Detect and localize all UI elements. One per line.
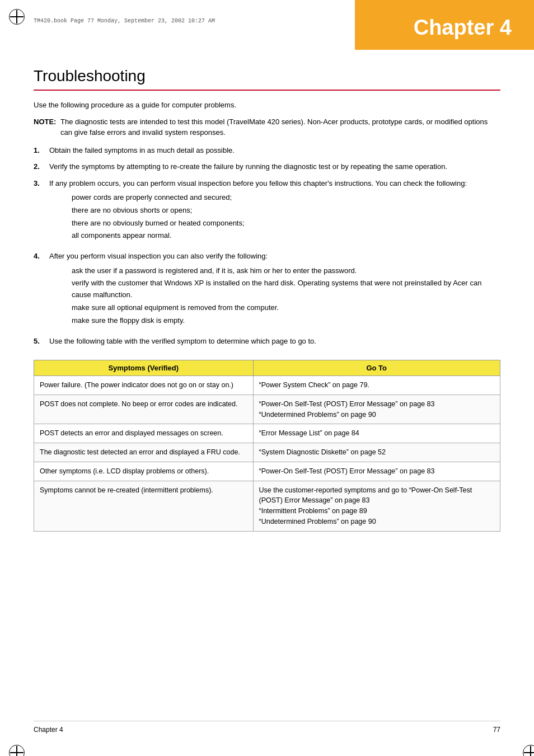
step-3-content: If any problem occurs, you can perform v… [49, 178, 500, 246]
list-item: make sure the floppy disk is empty. [72, 315, 500, 327]
note-block: NOTE: The diagnostic tests are intended … [34, 116, 500, 138]
list-item: power cords are properly connected and s… [72, 192, 500, 204]
step-3-num: 3. [34, 178, 49, 246]
file-header: TM420.book Page 77 Monday, September 23,… [34, 18, 215, 24]
title-rule [34, 90, 500, 91]
goto-cell: “System Diagnostic Diskette” on page 52 [253, 443, 500, 462]
symptom-cell: Symptoms cannot be re-created (intermitt… [34, 481, 254, 531]
table-header-goto: Go To [253, 360, 500, 376]
page: TM420.book Page 77 Monday, September 23,… [0, 0, 534, 756]
step-4: 4. After you perform visual inspection y… [34, 251, 500, 330]
goto-cell: “Power-On Self-Test (POST) Error Message… [253, 395, 500, 424]
symptom-cell: Power failure. (The power indicator does… [34, 376, 254, 395]
step-2-text: Verify the symptoms by attempting to re-… [49, 161, 500, 172]
goto-cell: “Error Message List” on page 84 [253, 424, 500, 443]
step-1: 1. Obtain the failed symptoms in as much… [34, 145, 500, 156]
main-content: Troubleshooting Use the following proced… [34, 67, 500, 532]
step-4-num: 4. [34, 251, 49, 330]
steps-list: 1. Obtain the failed symptoms in as much… [34, 145, 500, 347]
symptom-cell: POST does not complete. No beep or error… [34, 395, 254, 424]
table-row: The diagnostic test detected an error an… [34, 443, 500, 462]
footer-rule [34, 721, 500, 721]
intro-text: Use the following procedure as a guide f… [34, 100, 500, 111]
list-item: all components appear normal. [72, 230, 500, 242]
step-3-subitems: power cords are properly connected and s… [72, 192, 500, 242]
footer-left: Chapter 4 [34, 726, 63, 734]
page-title: Troubleshooting [34, 67, 500, 85]
table-row: Other symptoms (i.e. LCD display problem… [34, 462, 500, 481]
symptom-cell: The diagnostic test detected an error an… [34, 443, 254, 462]
file-info-text: TM420.book Page 77 Monday, September 23,… [34, 18, 215, 24]
table-row: Power failure. (The power indicator does… [34, 376, 500, 395]
goto-cell: “Power-On Self-Test (POST) Error Message… [253, 462, 500, 481]
table-row: POST does not complete. No beep or error… [34, 395, 500, 424]
list-item: verify with the customer that Wndows XP … [72, 278, 500, 301]
step-1-text: Obtain the failed symptoms in as much de… [49, 145, 500, 156]
step-5-num: 5. [34, 336, 49, 347]
step-5: 5. Use the following table with the veri… [34, 336, 500, 347]
goto-cell: “Power System Check” on page 79. [253, 376, 500, 395]
footer: Chapter 4 77 [34, 726, 500, 734]
table-row: POST detects an error and displayed mess… [34, 424, 500, 443]
step-4-text: After you perform visual inspection you … [49, 252, 268, 260]
table-row: Symptoms cannot be re-created (intermitt… [34, 481, 500, 531]
table-header-symptoms: Symptoms (Verified) [34, 360, 254, 376]
note-text: The diagnostic tests are intended to tes… [60, 118, 488, 137]
symptom-table: Symptoms (Verified) Go To Power failure.… [34, 360, 500, 532]
list-item: there are no obvious shorts or opens; [72, 205, 500, 217]
step-3: 3. If any problem occurs, you can perfor… [34, 178, 500, 246]
symptom-cell: Other symptoms (i.e. LCD display problem… [34, 462, 254, 481]
symptom-cell: POST detects an error and displayed mess… [34, 424, 254, 443]
step-2: 2. Verify the symptoms by attempting to … [34, 161, 500, 172]
step-5-text: Use the following table with the verifie… [49, 336, 500, 347]
chapter-label: Chapter 4 [366, 16, 512, 40]
step-4-content: After you perform visual inspection you … [49, 251, 500, 330]
note-label: NOTE: [34, 116, 56, 128]
list-item: there are no obviously burned or heated … [72, 218, 500, 229]
list-item: ask the user if a password is registered… [72, 265, 500, 277]
step-3-text: If any problem occurs, you can perform v… [49, 179, 467, 187]
chapter-header: Chapter 4 [355, 0, 534, 50]
step-2-num: 2. [34, 161, 49, 172]
step-1-num: 1. [34, 145, 49, 156]
footer-right: 77 [493, 726, 500, 734]
step-4-subitems: ask the user if a password is registered… [72, 265, 500, 327]
goto-cell: Use the customer-reported symptoms and g… [253, 481, 500, 531]
list-item: make sure all optional equipment is remo… [72, 302, 500, 314]
